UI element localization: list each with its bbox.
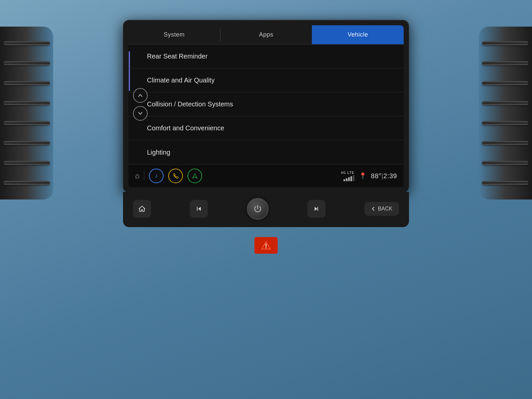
menu-item-label: Lighting bbox=[147, 149, 170, 156]
vent-slat bbox=[3, 141, 50, 145]
menu-item-label: Rear Seat Reminder bbox=[147, 53, 207, 60]
home-icon[interactable]: ⌂ bbox=[135, 172, 139, 180]
temperature-label: 88° bbox=[371, 172, 382, 180]
back-button[interactable]: BACK bbox=[364, 202, 399, 216]
vent-slat bbox=[482, 81, 529, 85]
signal-bar-5 bbox=[353, 175, 354, 181]
infotainment-screen-unit: System Apps Vehicle bbox=[123, 20, 409, 254]
status-bar: ⌂ ♪ 4G LTE bbox=[128, 164, 404, 187]
lte-label: 4G LTE bbox=[341, 171, 354, 175]
vent-slat bbox=[482, 121, 529, 125]
tab-system[interactable]: System bbox=[128, 25, 220, 44]
tab-apps[interactable]: Apps bbox=[220, 25, 312, 44]
power-button[interactable] bbox=[247, 198, 269, 220]
back-button-label: BACK bbox=[378, 206, 392, 212]
svg-marker-0 bbox=[193, 174, 197, 178]
skip-forward-button[interactable] bbox=[308, 200, 326, 218]
temperature-time-display: 88°|2:39 bbox=[371, 172, 397, 180]
scroll-up-button[interactable] bbox=[133, 88, 148, 103]
menu-item-label: Comfort and Convenience bbox=[147, 124, 224, 132]
vent-slat bbox=[3, 181, 50, 185]
signal-bar-4 bbox=[350, 176, 352, 181]
right-vent bbox=[479, 27, 532, 200]
scroll-down-button[interactable] bbox=[133, 106, 148, 121]
menu-item-lighting[interactable]: Lighting bbox=[128, 140, 404, 164]
menu-item-collision-detection[interactable]: Collision / Detection Systems bbox=[128, 92, 404, 116]
nav-app-icon[interactable] bbox=[188, 169, 202, 183]
location-icon[interactable]: 📍 bbox=[359, 172, 366, 180]
menu-item-label: Climate and Air Quality bbox=[147, 76, 214, 84]
left-vent bbox=[0, 27, 53, 200]
vent-slat bbox=[3, 161, 50, 165]
tab-apps-label: Apps bbox=[259, 31, 273, 38]
vent-slat bbox=[482, 101, 529, 105]
menu-list: Rear Seat Reminder Climate and Air Quali… bbox=[128, 45, 404, 164]
vent-slat bbox=[482, 141, 529, 145]
time-label: 2:39 bbox=[383, 172, 397, 180]
hazard-area bbox=[123, 237, 409, 254]
signal-bar-2 bbox=[346, 178, 347, 181]
signal-bar-3 bbox=[348, 177, 350, 181]
tab-system-label: System bbox=[164, 31, 185, 38]
vent-slat bbox=[3, 101, 50, 105]
vent-slat bbox=[482, 181, 529, 185]
tab-vehicle[interactable]: Vehicle bbox=[312, 25, 404, 44]
lte-signal: 4G LTE bbox=[341, 171, 354, 181]
screen-bezel: System Apps Vehicle bbox=[123, 20, 409, 193]
menu-item-rear-seat-reminder[interactable]: Rear Seat Reminder bbox=[128, 45, 404, 68]
hazard-button[interactable] bbox=[254, 237, 278, 254]
menu-item-climate-air-quality[interactable]: Climate and Air Quality bbox=[128, 68, 404, 92]
vent-slat bbox=[3, 41, 50, 45]
signal-bar-1 bbox=[343, 179, 345, 181]
tab-bar: System Apps Vehicle bbox=[128, 25, 404, 45]
status-bar-divider bbox=[144, 171, 144, 181]
home-button[interactable] bbox=[133, 200, 151, 218]
vent-slat bbox=[3, 81, 50, 85]
menu-item-comfort-convenience[interactable]: Comfort and Convenience bbox=[128, 116, 404, 140]
music-app-icon[interactable]: ♪ bbox=[149, 169, 164, 183]
menu-item-label: Collision / Detection Systems bbox=[147, 100, 233, 108]
tab-vehicle-label: Vehicle bbox=[347, 31, 368, 38]
bottom-controls: BACK bbox=[123, 192, 409, 227]
skip-back-button[interactable] bbox=[190, 200, 208, 218]
signal-bars bbox=[343, 175, 354, 181]
svg-point-4 bbox=[266, 247, 267, 248]
screen-display: System Apps Vehicle bbox=[128, 25, 404, 187]
status-right: 4G LTE 📍 88°|2:39 bbox=[341, 171, 397, 181]
vent-slat bbox=[482, 41, 529, 45]
vent-slat bbox=[482, 61, 529, 65]
vent-slat bbox=[482, 161, 529, 165]
vent-slat bbox=[3, 121, 50, 125]
phone-app-icon[interactable] bbox=[168, 169, 183, 183]
vent-slat bbox=[3, 61, 50, 65]
dashboard-background: System Apps Vehicle bbox=[0, 0, 532, 399]
